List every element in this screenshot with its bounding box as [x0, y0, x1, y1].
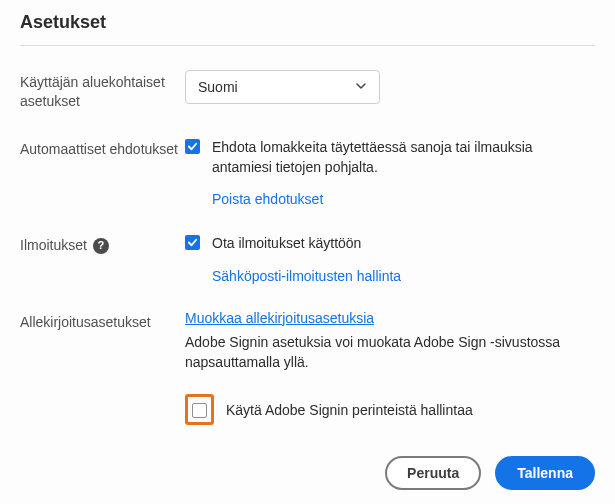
locale-select[interactable]: Suomi [185, 70, 380, 104]
chevron-down-icon [355, 79, 367, 95]
legacy-admin-checkbox[interactable] [192, 403, 207, 418]
cancel-button[interactable]: Peruuta [385, 456, 481, 490]
locale-selected-value: Suomi [198, 79, 238, 95]
page-title: Asetukset [20, 12, 595, 33]
auto-suggest-text: Ehdota lomakkeita täytettäessä sanoja ta… [212, 137, 595, 178]
auto-suggest-label: Automaattiset ehdotukset [20, 137, 185, 159]
edit-signing-link[interactable]: Muokkaa allekirjoitusasetuksia [185, 310, 374, 326]
auto-suggest-checkbox[interactable] [185, 139, 200, 154]
notifications-text: Ota ilmoitukset käyttöön [212, 233, 361, 253]
save-button[interactable]: Tallenna [495, 456, 595, 490]
legacy-checkbox-highlight [185, 394, 214, 425]
divider [20, 45, 595, 46]
locale-label: Käyttäjän aluekohtaiset asetukset [20, 70, 185, 111]
signing-description: Adobe Signin asetuksia voi muokata Adobe… [185, 332, 595, 373]
notifications-label: Ilmoitukset [20, 236, 87, 255]
legacy-admin-text: Käytä Adobe Signin perinteistä hallintaa [226, 402, 473, 418]
help-icon[interactable]: ? [93, 238, 109, 254]
email-notifications-link[interactable]: Sähköposti-ilmoitusten hallinta [212, 268, 401, 284]
notifications-checkbox[interactable] [185, 235, 200, 250]
remove-suggestions-link[interactable]: Poista ehdotukset [212, 191, 323, 207]
signing-label: Allekirjoitusasetukset [20, 310, 185, 332]
